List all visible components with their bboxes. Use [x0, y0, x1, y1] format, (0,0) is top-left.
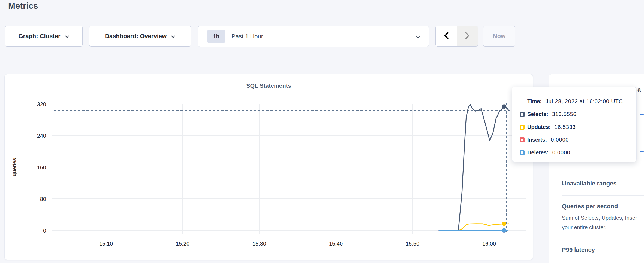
- sql-statements-chart-card: SQL Statements 08016024032015:1015:2015:…: [4, 74, 533, 260]
- chevron-down-icon: [65, 35, 69, 38]
- divider: [562, 195, 644, 196]
- chevron-down-icon: [416, 35, 420, 38]
- svg-text:15:50: 15:50: [406, 241, 419, 247]
- chevron-right-icon: [465, 32, 470, 40]
- selects-series-swatch: [520, 112, 525, 117]
- updates-series-swatch: [520, 125, 525, 130]
- tooltip-updates-value: 16.5333: [555, 124, 576, 130]
- svg-text:0: 0: [43, 228, 46, 234]
- summary-p99-latency-heading: P99 latency: [562, 246, 595, 253]
- time-pager: [435, 26, 478, 47]
- now-button[interactable]: Now: [483, 26, 515, 47]
- svg-text:240: 240: [37, 133, 46, 139]
- metrics-page: { "page": { "title": "Metrics" }, "toolb…: [0, 0, 644, 263]
- clipped-value-fragment: [640, 151, 644, 152]
- svg-text:320: 320: [37, 101, 46, 107]
- chevron-down-icon: [171, 35, 175, 38]
- tooltip-selects-label: Selects:: [527, 111, 548, 117]
- inserts-series-swatch: [520, 137, 525, 142]
- divider: [562, 239, 644, 239]
- tooltip-selects-value: 313.5556: [552, 111, 577, 117]
- tooltip-deletes-value: 0.0000: [552, 149, 570, 156]
- page-title: Metrics: [8, 1, 38, 11]
- svg-text:16:00: 16:00: [482, 241, 496, 247]
- tooltip-deletes-label: Deletes:: [527, 149, 549, 156]
- dashboard-dropdown[interactable]: Dashboard: Overview: [89, 26, 191, 47]
- time-range-badge: 1h: [207, 30, 225, 43]
- summary-qps-description-line1: Sum of Selects, Updates, Inser: [562, 215, 637, 221]
- svg-text:15:20: 15:20: [176, 241, 189, 247]
- svg-text:15:10: 15:10: [99, 241, 113, 247]
- next-timespan-button[interactable]: [457, 26, 478, 46]
- tooltip-time-label: Time:: [527, 98, 542, 105]
- summary-qps-heading: Queries per second: [562, 203, 618, 210]
- time-range-select[interactable]: 1h Past 1 Hour: [198, 26, 429, 47]
- sql-statements-chart[interactable]: 08016024032015:1015:2015:3015:4015:5016:…: [5, 74, 533, 260]
- svg-text:15:30: 15:30: [252, 241, 266, 247]
- summary-unavailable-ranges-heading: Unavailable ranges: [562, 180, 617, 187]
- divider: [562, 173, 644, 173]
- svg-text:15:40: 15:40: [329, 241, 343, 247]
- previous-timespan-button[interactable]: [436, 26, 457, 46]
- deletes-series-swatch: [520, 150, 525, 155]
- clipped-heading-fragment: a: [637, 86, 641, 93]
- summary-qps-description-line2: your entire cluster.: [562, 224, 606, 231]
- svg-text:queries: queries: [11, 158, 17, 176]
- graph-scope-dropdown[interactable]: Graph: Cluster: [5, 26, 83, 47]
- tooltip-updates-label: Updates:: [527, 124, 551, 130]
- tooltip-inserts-value: 0.0000: [551, 137, 569, 143]
- chart-tooltip: Time: Jul 28, 2022 at 16:02:00 UTC Selec…: [512, 87, 637, 162]
- graph-scope-label: Graph: Cluster: [18, 33, 60, 40]
- chevron-left-icon: [444, 32, 449, 40]
- svg-text:80: 80: [40, 196, 46, 202]
- dashboard-label: Dashboard: Overview: [105, 33, 167, 40]
- tooltip-time-value: Jul 28, 2022 at 16:02:00 UTC: [546, 98, 623, 105]
- svg-text:160: 160: [37, 164, 46, 170]
- time-range-label: Past 1 Hour: [231, 33, 263, 40]
- clipped-value-fragment: [640, 114, 644, 115]
- tooltip-inserts-label: Inserts:: [527, 137, 547, 143]
